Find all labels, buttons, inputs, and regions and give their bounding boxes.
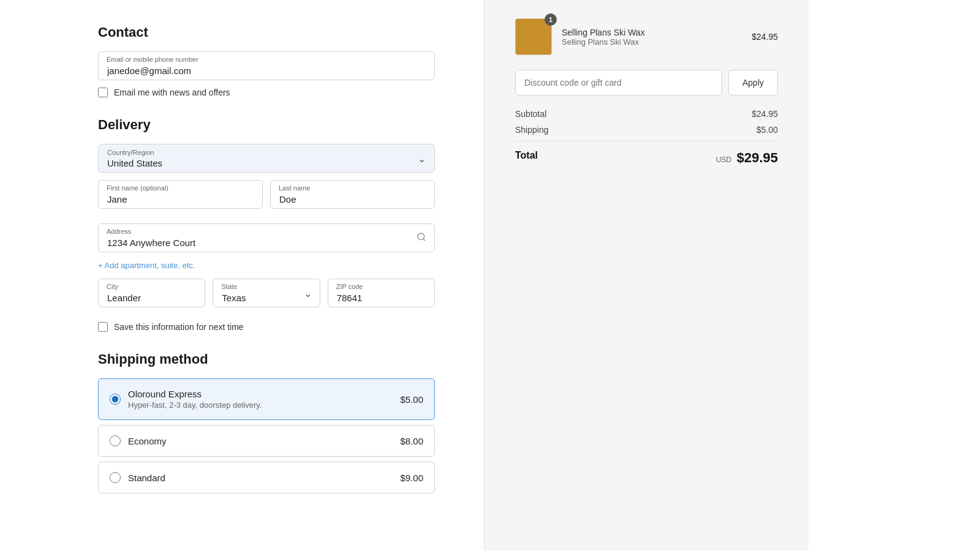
first-name-input[interactable]	[98, 180, 263, 209]
discount-input[interactable]	[515, 70, 722, 96]
shipping-radio-express[interactable]	[110, 394, 121, 405]
shipping-standard-price: $9.00	[400, 473, 423, 483]
right-panel: 1 Selling Plans Ski Wax Selling Plans Sk…	[484, 0, 809, 551]
shipping-title: Shipping method	[98, 351, 435, 367]
city-input[interactable]	[98, 279, 205, 307]
subtotal-value: $24.95	[752, 109, 778, 119]
last-name-wrapper: Last name	[270, 180, 435, 209]
add-apartment-link[interactable]: + Add apartment, suite, etc.	[98, 261, 195, 270]
delivery-title: Delivery	[98, 117, 435, 133]
delivery-section: Delivery Country/Region United States ⌄ …	[98, 117, 435, 332]
discount-row: Apply	[515, 70, 778, 96]
shipping-radio-standard[interactable]	[110, 472, 121, 483]
first-name-wrapper: First name (optional)	[98, 180, 263, 209]
shipping-economy-name: Economy	[128, 436, 393, 446]
shipping-express-price: $5.00	[400, 394, 423, 405]
contact-title: Contact	[98, 24, 435, 40]
shipping-express-name: Oloround Express	[128, 389, 393, 399]
shipping-express-desc: Hyper-fast, 2-3 day, doorstep delivery.	[128, 400, 393, 410]
subtotal-label: Subtotal	[515, 109, 546, 119]
shipping-express-info: Oloround Express Hyper-fast, 2-3 day, do…	[128, 389, 393, 410]
product-info: Selling Plans Ski Wax Selling Plans Ski …	[562, 28, 742, 47]
address-input[interactable]	[98, 223, 435, 252]
zip-wrapper: ZIP code	[328, 279, 435, 307]
state-select[interactable]: Texas	[213, 279, 320, 307]
svg-point-0	[418, 233, 424, 240]
email-field-wrapper: Email or mobile phone number	[98, 51, 435, 80]
product-image-wrapper: 1	[515, 18, 552, 55]
email-input[interactable]	[98, 51, 435, 80]
shipping-standard-name: Standard	[128, 473, 393, 483]
shipping-option-economy[interactable]: Economy $8.00	[98, 425, 435, 457]
product-name: Selling Plans Ski Wax	[562, 28, 742, 37]
left-panel: Contact Email or mobile phone number Ema…	[0, 0, 484, 551]
apply-button[interactable]: Apply	[728, 70, 778, 96]
newsletter-label[interactable]: Email me with news and offers	[114, 88, 230, 97]
total-label: Total	[515, 150, 538, 166]
product-price: $24.95	[752, 32, 778, 42]
shipping-value: $5.00	[756, 125, 778, 135]
total-amount-group: USD $29.95	[716, 150, 778, 166]
contact-section: Contact Email or mobile phone number Ema…	[98, 24, 435, 97]
shipping-label: Shipping	[515, 125, 549, 135]
total-row: Total USD $29.95	[515, 141, 778, 166]
product-badge: 1	[545, 13, 557, 26]
shipping-option-express[interactable]: Oloround Express Hyper-fast, 2-3 day, do…	[98, 378, 435, 420]
name-row: First name (optional) Last name	[98, 180, 435, 216]
address-wrapper: Address	[98, 223, 435, 252]
shipping-radio-economy[interactable]	[110, 435, 121, 446]
shipping-option-standard[interactable]: Standard $9.00	[98, 462, 435, 493]
shipping-row: Shipping $5.00	[515, 125, 778, 135]
city-wrapper: City	[98, 279, 205, 307]
total-value: $29.95	[737, 150, 778, 165]
save-info-checkbox[interactable]	[98, 322, 108, 332]
shipping-section: Shipping method Oloround Express Hyper-f…	[98, 351, 435, 493]
shipping-economy-price: $8.00	[400, 436, 423, 446]
shipping-standard-info: Standard	[128, 473, 393, 483]
subtotal-row: Subtotal $24.95	[515, 109, 778, 119]
city-state-zip-row: City State Texas ⌄ ZIP code	[98, 279, 435, 315]
newsletter-checkbox[interactable]	[98, 88, 108, 97]
product-row: 1 Selling Plans Ski Wax Selling Plans Sk…	[515, 18, 778, 55]
svg-line-1	[423, 239, 425, 241]
last-name-input[interactable]	[270, 180, 435, 209]
total-currency: USD	[716, 156, 731, 164]
save-info-row: Save this information for next time	[98, 322, 435, 332]
zip-input[interactable]	[328, 279, 435, 307]
product-variant: Selling Plans Ski Wax	[562, 37, 742, 47]
save-info-label[interactable]: Save this information for next time	[114, 322, 244, 332]
newsletter-row: Email me with news and offers	[98, 88, 435, 97]
state-wrapper: State Texas ⌄	[213, 279, 320, 307]
country-region-wrapper: Country/Region United States ⌄	[98, 144, 435, 173]
search-icon	[417, 232, 426, 244]
country-select[interactable]: United States	[99, 144, 434, 172]
shipping-economy-info: Economy	[128, 436, 393, 446]
